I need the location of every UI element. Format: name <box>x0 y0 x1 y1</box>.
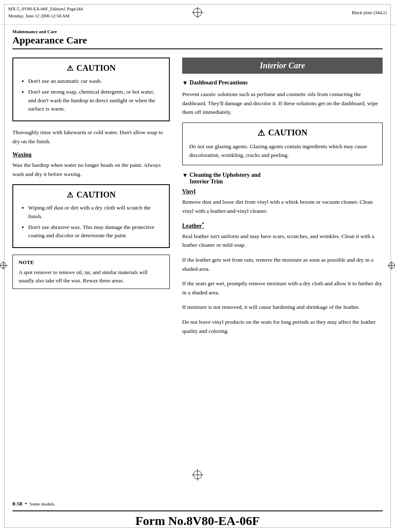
warning-triangle-icon-3: ⚠ <box>258 128 265 138</box>
caution-2-list: Wiping off dust or dirt with a dry cloth… <box>20 204 162 240</box>
leather-text-1: Real leather isn't uniform and may have … <box>182 232 383 250</box>
header-file-info: MX-5_8V80-EA-06F_Edition1 Page344 <box>8 5 192 12</box>
leather-asterisk: * <box>202 221 204 226</box>
header-right: Black plate (344,1) <box>203 10 387 15</box>
upholstery-heading: ▼ Cleaning the Upholstery and Interior T… <box>182 172 383 185</box>
header-left: MX-5_8V80-EA-06F_Edition1 Page344 Monday… <box>8 5 192 19</box>
footer-footnote-text: Some models. <box>29 501 55 506</box>
breadcrumb: Maintenance and Care <box>12 29 383 34</box>
footer-area: 8-58 * Some models. <box>12 501 383 507</box>
warning-triangle-icon-1: ⚠ <box>67 64 73 73</box>
caution-2-item-1: Wiping off dust or dirt with a dry cloth… <box>28 204 162 221</box>
caution-1-item-2: Don't use strong soap, chemical detergen… <box>28 88 162 113</box>
header-center <box>192 7 203 18</box>
page-number: 8-58 <box>12 501 22 507</box>
main-content: Maintenance and Care Appearance Care ⚠ C… <box>12 25 383 499</box>
upholstery-heading-line2: Interior Trim <box>190 178 261 185</box>
caution-1-list: Don't use an automatic car wash. Don't u… <box>20 77 162 113</box>
header-crosshair-icon <box>192 7 203 18</box>
page-header: MX-5_8V80-EA-06F_Edition1 Page344 Monday… <box>0 0 395 25</box>
note-box: NOTE A spot remover to remove oil, tar, … <box>12 255 170 289</box>
caution-2-label: CAUTION <box>77 190 116 200</box>
header-date: Monday, June 12 2006 12:58 AM <box>8 12 192 19</box>
triangle-icon-dashboard: ▼ <box>182 80 188 87</box>
waxing-heading: Waxing <box>12 152 170 158</box>
caution-3-header: ⚠ CAUTION <box>189 128 376 138</box>
note-header: NOTE <box>19 259 164 266</box>
form-number: Form No.8V80-EA-06F <box>12 510 383 528</box>
leather-heading: Leather* <box>182 221 383 229</box>
page-title: Appearance Care <box>12 35 383 46</box>
caution-box-1: ⚠ CAUTION Don't use an automatic car was… <box>12 58 170 121</box>
waxing-body-text: Wax the hardtop when water no longer bea… <box>12 161 170 178</box>
right-crosshair-icon <box>388 261 395 271</box>
upholstery-heading-text: Cleaning the Upholstery and Interior Tri… <box>190 172 261 185</box>
caution-box-3: ⚠ CAUTION Do not use glazing agents. Gla… <box>182 123 383 165</box>
note-text: A spot remover to remove oil, tar, and s… <box>19 268 164 284</box>
leather-text-4: If moisture is not removed, it will caus… <box>182 303 383 312</box>
leather-text-2: If the leather gets wet from rain, remov… <box>182 255 383 273</box>
rinse-body-text: Thoroughly rinse with lukewarm or cold w… <box>12 128 170 146</box>
dashboard-heading-text: Dashboard Precautions <box>190 79 248 86</box>
upholstery-heading-line1: Cleaning the Upholstery and <box>190 172 261 178</box>
left-crosshair-icon <box>0 261 7 271</box>
leather-text-5: Do not leave vinyl products on the seats… <box>182 318 383 335</box>
caution-1-label: CAUTION <box>77 63 116 73</box>
leather-text-3: If the seats get wet, promptly remove mo… <box>182 279 383 297</box>
bottom-crosshair-icon <box>192 469 203 482</box>
caution-box-2: ⚠ CAUTION Wiping off dust or dirt with a… <box>12 184 170 248</box>
footer-page-info: 8-58 * Some models. <box>12 501 383 507</box>
caution-1-item-1: Don't use an automatic car wash. <box>28 77 162 85</box>
footer-asterisk: * <box>25 501 27 506</box>
leather-heading-text: Leather <box>182 223 202 229</box>
caution-2-header: ⚠ CAUTION <box>20 190 162 200</box>
title-divider <box>12 48 383 49</box>
caution-3-label: CAUTION <box>268 128 307 137</box>
interior-care-header: Interior Care <box>182 58 383 74</box>
two-column-layout: ⚠ CAUTION Don't use an automatic car was… <box>12 58 383 341</box>
caution-1-header: ⚠ CAUTION <box>20 63 162 73</box>
warning-triangle-icon-2: ⚠ <box>67 190 73 200</box>
vinyl-body-text: Remove dust and loose dirt from vinyl wi… <box>182 197 383 215</box>
right-column: Interior Care ▼ Dashboard Precautions Pr… <box>182 58 383 341</box>
left-column: ⚠ CAUTION Don't use an automatic car was… <box>12 58 170 341</box>
vinyl-heading: Vinyl <box>182 188 383 195</box>
dashboard-heading: ▼ Dashboard Precautions <box>182 79 383 87</box>
triangle-icon-upholstery: ▼ <box>182 172 188 179</box>
caution-2-item-2: Don't use abrasive wax. This may damage … <box>28 223 162 240</box>
caution-3-text: Do not use glazing agents. Glazing agent… <box>189 142 376 160</box>
dashboard-body-text: Prevent caustic solutions such as perfum… <box>182 90 383 117</box>
